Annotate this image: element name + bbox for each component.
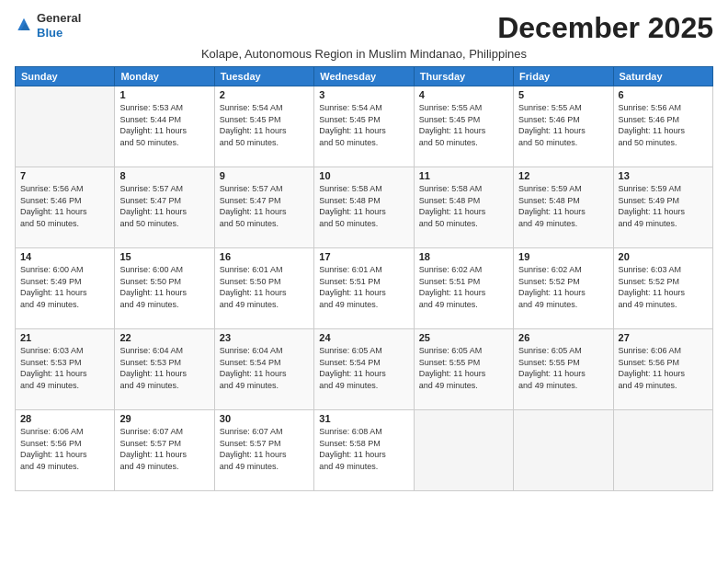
day-info: Sunrise: 6:05 AMSunset: 5:55 PMDaylight:…	[518, 345, 608, 391]
calendar-cell: 30Sunrise: 6:07 AMSunset: 5:57 PMDayligh…	[214, 410, 313, 491]
calendar-cell: 4Sunrise: 5:55 AMSunset: 5:45 PMDaylight…	[414, 86, 513, 167]
day-number: 20	[619, 251, 708, 262]
calendar-cell: 12Sunrise: 5:59 AMSunset: 5:48 PMDayligh…	[514, 167, 613, 248]
calendar-cell: 27Sunrise: 6:06 AMSunset: 5:56 PMDayligh…	[613, 329, 712, 410]
day-number: 23	[220, 332, 309, 343]
day-info: Sunrise: 6:06 AMSunset: 5:56 PMDaylight:…	[20, 426, 109, 472]
month-title: December 2025	[497, 11, 713, 45]
calendar-cell: 20Sunrise: 6:03 AMSunset: 5:52 PMDayligh…	[613, 248, 712, 329]
day-info: Sunrise: 5:54 AMSunset: 5:45 PMDaylight:…	[220, 102, 309, 148]
day-number: 30	[220, 413, 309, 424]
day-number: 10	[319, 170, 408, 181]
day-info: Sunrise: 6:00 AMSunset: 5:49 PMDaylight:…	[20, 264, 109, 310]
day-number: 29	[119, 413, 209, 424]
day-info: Sunrise: 5:59 AMSunset: 5:49 PMDaylight:…	[619, 183, 708, 229]
day-number: 6	[619, 89, 708, 100]
calendar-cell: 3Sunrise: 5:54 AMSunset: 5:45 PMDaylight…	[314, 86, 414, 167]
calendar-cell: 24Sunrise: 6:05 AMSunset: 5:54 PMDayligh…	[314, 329, 414, 410]
calendar-cell: 1Sunrise: 5:53 AMSunset: 5:44 PMDaylight…	[115, 86, 214, 167]
header-friday: Friday	[514, 67, 613, 86]
calendar-cell: 18Sunrise: 6:02 AMSunset: 5:51 PMDayligh…	[414, 248, 513, 329]
day-number: 13	[619, 170, 708, 181]
day-number: 1	[119, 89, 209, 100]
day-info: Sunrise: 6:01 AMSunset: 5:51 PMDaylight:…	[319, 264, 408, 310]
day-number: 16	[220, 251, 309, 262]
calendar-cell: 23Sunrise: 6:04 AMSunset: 5:54 PMDayligh…	[214, 329, 313, 410]
day-info: Sunrise: 5:56 AMSunset: 5:46 PMDaylight:…	[20, 183, 109, 229]
day-number: 18	[419, 251, 508, 262]
day-info: Sunrise: 5:54 AMSunset: 5:45 PMDaylight:…	[319, 102, 408, 148]
calendar-cell: 7Sunrise: 5:56 AMSunset: 5:46 PMDaylight…	[16, 167, 115, 248]
header-sunday: Sunday	[16, 67, 115, 86]
day-number: 4	[419, 89, 508, 100]
day-number: 14	[20, 251, 109, 262]
header-top: General Blue December 2025	[15, 11, 713, 45]
day-info: Sunrise: 5:58 AMSunset: 5:48 PMDaylight:…	[419, 183, 508, 229]
day-info: Sunrise: 6:05 AMSunset: 5:54 PMDaylight:…	[319, 345, 408, 391]
day-info: Sunrise: 5:57 AMSunset: 5:47 PMDaylight:…	[119, 183, 209, 229]
week-row-4: 28Sunrise: 6:06 AMSunset: 5:56 PMDayligh…	[16, 410, 713, 491]
calendar-cell: 29Sunrise: 6:07 AMSunset: 5:57 PMDayligh…	[115, 410, 214, 491]
calendar-table: Sunday Monday Tuesday Wednesday Thursday…	[15, 66, 713, 491]
header-tuesday: Tuesday	[214, 67, 313, 86]
day-number: 26	[518, 332, 608, 343]
day-info: Sunrise: 6:04 AMSunset: 5:54 PMDaylight:…	[220, 345, 309, 391]
day-number: 11	[419, 170, 508, 181]
calendar-cell: 25Sunrise: 6:05 AMSunset: 5:55 PMDayligh…	[414, 329, 513, 410]
calendar-cell: 2Sunrise: 5:54 AMSunset: 5:45 PMDaylight…	[214, 86, 313, 167]
day-info: Sunrise: 6:00 AMSunset: 5:50 PMDaylight:…	[119, 264, 209, 310]
logo-icon	[15, 17, 33, 35]
day-info: Sunrise: 6:03 AMSunset: 5:52 PMDaylight:…	[619, 264, 708, 310]
day-number: 3	[319, 89, 408, 100]
day-number: 22	[119, 332, 209, 343]
day-info: Sunrise: 6:03 AMSunset: 5:53 PMDaylight:…	[20, 345, 109, 391]
day-number: 12	[518, 170, 608, 181]
week-row-1: 7Sunrise: 5:56 AMSunset: 5:46 PMDaylight…	[16, 167, 713, 248]
day-number: 25	[419, 332, 508, 343]
day-number: 8	[119, 170, 209, 181]
day-info: Sunrise: 6:07 AMSunset: 5:57 PMDaylight:…	[220, 426, 309, 472]
day-number: 28	[20, 413, 109, 424]
calendar-cell	[613, 410, 712, 491]
day-info: Sunrise: 6:07 AMSunset: 5:57 PMDaylight:…	[119, 426, 209, 472]
calendar-cell: 13Sunrise: 5:59 AMSunset: 5:49 PMDayligh…	[613, 167, 712, 248]
day-info: Sunrise: 5:55 AMSunset: 5:46 PMDaylight:…	[518, 102, 608, 148]
calendar-cell: 28Sunrise: 6:06 AMSunset: 5:56 PMDayligh…	[16, 410, 115, 491]
day-number: 2	[220, 89, 309, 100]
day-info: Sunrise: 6:05 AMSunset: 5:55 PMDaylight:…	[419, 345, 508, 391]
week-row-2: 14Sunrise: 6:00 AMSunset: 5:49 PMDayligh…	[16, 248, 713, 329]
logo-text: General Blue	[37, 11, 81, 40]
calendar-cell: 5Sunrise: 5:55 AMSunset: 5:46 PMDaylight…	[514, 86, 613, 167]
day-info: Sunrise: 5:59 AMSunset: 5:48 PMDaylight:…	[518, 183, 608, 229]
day-info: Sunrise: 6:06 AMSunset: 5:56 PMDaylight:…	[619, 345, 708, 391]
header-monday: Monday	[115, 67, 214, 86]
calendar-cell: 9Sunrise: 5:57 AMSunset: 5:47 PMDaylight…	[214, 167, 313, 248]
day-info: Sunrise: 5:55 AMSunset: 5:45 PMDaylight:…	[419, 102, 508, 148]
day-number: 9	[220, 170, 309, 181]
calendar-cell: 8Sunrise: 5:57 AMSunset: 5:47 PMDaylight…	[115, 167, 214, 248]
calendar-cell: 15Sunrise: 6:00 AMSunset: 5:50 PMDayligh…	[115, 248, 214, 329]
calendar-cell: 6Sunrise: 5:56 AMSunset: 5:46 PMDaylight…	[613, 86, 712, 167]
calendar-cell: 19Sunrise: 6:02 AMSunset: 5:52 PMDayligh…	[514, 248, 613, 329]
header-row: Sunday Monday Tuesday Wednesday Thursday…	[16, 67, 713, 86]
header-thursday: Thursday	[414, 67, 513, 86]
day-info: Sunrise: 5:56 AMSunset: 5:46 PMDaylight:…	[619, 102, 708, 148]
day-info: Sunrise: 6:02 AMSunset: 5:52 PMDaylight:…	[518, 264, 608, 310]
calendar-cell: 16Sunrise: 6:01 AMSunset: 5:50 PMDayligh…	[214, 248, 313, 329]
header-saturday: Saturday	[613, 67, 712, 86]
day-info: Sunrise: 5:53 AMSunset: 5:44 PMDaylight:…	[119, 102, 209, 148]
calendar-cell	[16, 86, 115, 167]
calendar-cell: 11Sunrise: 5:58 AMSunset: 5:48 PMDayligh…	[414, 167, 513, 248]
calendar-cell	[414, 410, 513, 491]
week-row-3: 21Sunrise: 6:03 AMSunset: 5:53 PMDayligh…	[16, 329, 713, 410]
week-row-0: 1Sunrise: 5:53 AMSunset: 5:44 PMDaylight…	[16, 86, 713, 167]
day-number: 7	[20, 170, 109, 181]
day-number: 15	[119, 251, 209, 262]
calendar-cell: 10Sunrise: 5:58 AMSunset: 5:48 PMDayligh…	[314, 167, 414, 248]
day-info: Sunrise: 6:04 AMSunset: 5:53 PMDaylight:…	[119, 345, 209, 391]
page: General Blue December 2025 Kolape, Auton…	[0, 0, 728, 563]
day-info: Sunrise: 5:58 AMSunset: 5:48 PMDaylight:…	[319, 183, 408, 229]
header-wednesday: Wednesday	[314, 67, 414, 86]
day-info: Sunrise: 6:01 AMSunset: 5:50 PMDaylight:…	[220, 264, 309, 310]
calendar-cell: 22Sunrise: 6:04 AMSunset: 5:53 PMDayligh…	[115, 329, 214, 410]
